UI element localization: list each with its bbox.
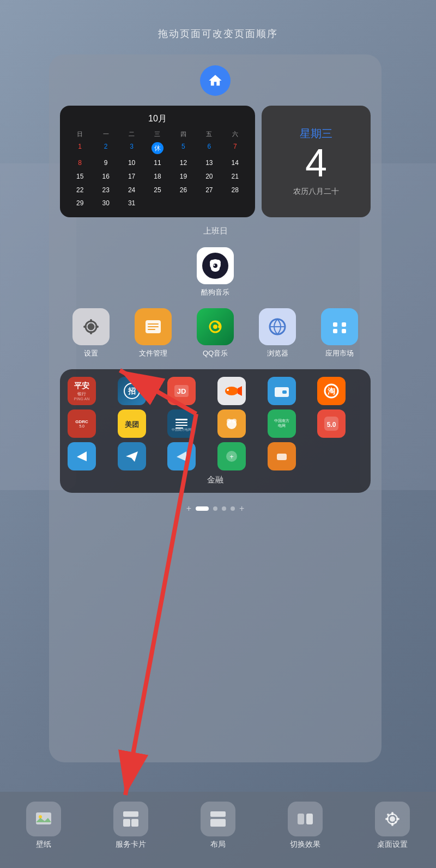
folder-app-jd[interactable]: JD	[167, 377, 196, 405]
five-app-row: 设置 文件管理	[60, 308, 371, 358]
svg-rect-34	[275, 387, 289, 397]
cal-hdr-6: 六	[223, 129, 247, 139]
app-kugou[interactable]: 酷狗音乐	[191, 247, 240, 297]
svg-rect-12	[83, 326, 87, 328]
svg-rect-13	[95, 326, 99, 328]
svg-point-6	[214, 265, 215, 266]
svg-text:+: +	[229, 453, 234, 461]
page-card: 10月 日 一 二 三 四 五 六 1 2 3 休 5 6 7 8 9	[49, 54, 382, 762]
home-icon-circle[interactable]	[200, 65, 231, 96]
qqmusic-svg	[203, 315, 227, 339]
cseb-svg: 中国南方 电网	[271, 413, 292, 434]
folder-app-cseb[interactable]: 中国南方 电网	[268, 409, 296, 438]
folder-app-green[interactable]: +	[217, 442, 246, 470]
svg-rect-73	[391, 823, 393, 826]
toolbar-label-cards: 服务卡片	[116, 840, 146, 849]
cal-16: 16	[93, 170, 118, 183]
folder-app-meituan[interactable]: 美团	[118, 409, 146, 438]
layout-icon-box	[201, 802, 235, 836]
layout-icon	[208, 809, 228, 829]
toolbar-item-cards[interactable]: 服务卡片	[98, 802, 164, 849]
cards-icon	[121, 809, 141, 829]
folder-app-fish[interactable]	[217, 377, 246, 405]
toolbar-item-desktop-settings[interactable]: 桌面设置	[360, 802, 425, 849]
toolbar-item-wallpaper[interactable]: 壁纸	[11, 802, 76, 849]
page-indicator-dot-4[interactable]	[231, 506, 235, 511]
app-appstore[interactable]: 应用市场	[315, 308, 364, 358]
cal-23: 23	[93, 184, 118, 197]
svg-marker-52	[126, 451, 138, 462]
date-widget[interactable]: 星期三 4 农历八月二十	[262, 106, 371, 217]
wallpaper-icon-box	[26, 802, 61, 836]
cal-29: 29	[68, 197, 92, 210]
widget-row: 10月 日 一 二 三 四 五 六 1 2 3 休 5 6 7 8 9	[60, 106, 371, 217]
calendar-widget[interactable]: 10月 日 一 二 三 四 五 六 1 2 3 休 5 6 7 8 9	[60, 106, 255, 217]
browser-label: 浏览器	[267, 349, 288, 358]
svg-text:招: 招	[128, 387, 136, 395]
toolbar-label-wallpaper: 壁纸	[36, 840, 51, 849]
settings-icon	[72, 308, 110, 345]
svg-text:中国南方电网: 中国南方电网	[172, 427, 191, 431]
svg-rect-66	[210, 811, 226, 817]
folder-app-orange[interactable]	[268, 442, 296, 470]
page-indicator-plus-left[interactable]: +	[186, 504, 191, 514]
svg-rect-60	[36, 812, 51, 824]
cal-30: 30	[93, 197, 118, 210]
svg-rect-17	[148, 329, 155, 330]
folder-app-telegram[interactable]	[118, 442, 146, 470]
folder-app-pingan[interactable]: 平安 银行 PING AN	[68, 377, 96, 405]
page-indicator-dot-3[interactable]	[222, 506, 226, 511]
settings-label: 设置	[84, 349, 98, 358]
cal-13: 13	[197, 157, 221, 169]
app-settings[interactable]: 设置	[66, 308, 116, 358]
folder-app-boc[interactable]: 中国南方电网	[167, 409, 196, 438]
cal-hdr-2: 二	[119, 129, 144, 139]
folder-app-paper[interactable]	[68, 442, 96, 470]
kugou-row: 酷狗音乐	[60, 247, 371, 297]
folder-app-wallet[interactable]	[268, 377, 296, 405]
cal-28: 28	[223, 184, 247, 197]
folder-empty	[317, 442, 346, 470]
cards-icon-box	[113, 802, 148, 836]
app-qqmusic[interactable]: QQ音乐	[191, 308, 240, 358]
svg-rect-56	[277, 454, 287, 460]
jd-svg: JD	[171, 381, 192, 401]
folder-app-taobao[interactable]: 淘	[317, 377, 346, 405]
cal-4: 休	[145, 140, 169, 156]
cal-24: 24	[119, 184, 144, 197]
app-browser[interactable]: 浏览器	[253, 308, 302, 358]
date-lunar: 农历八月二十	[293, 187, 339, 197]
folder-app-gdrc[interactable]: GDRC 5.0	[68, 409, 96, 438]
folder-grid: 平安 银行 PING AN 招 JD	[68, 377, 363, 470]
cal-5: 5	[171, 140, 196, 156]
page-indicator-dot-2[interactable]	[213, 506, 217, 511]
svg-rect-63	[123, 811, 138, 817]
svg-rect-11	[90, 331, 92, 334]
toolbar-item-transition[interactable]: 切换效果	[272, 802, 338, 849]
folder-app-blue[interactable]	[167, 442, 196, 470]
files-svg	[141, 315, 165, 339]
svg-rect-65	[131, 819, 138, 827]
svg-rect-15	[148, 323, 159, 325]
folder-app-kaka[interactable]: 5.0	[317, 409, 346, 438]
folder-app-zhaohang[interactable]: 招	[118, 377, 146, 405]
svg-rect-25	[333, 329, 337, 333]
toolbar-item-layout[interactable]: 布局	[185, 802, 251, 849]
svg-text:中国南方: 中国南方	[274, 419, 289, 423]
svg-text:美团: 美团	[124, 420, 139, 429]
svg-rect-40	[175, 422, 187, 423]
blue-svg	[171, 446, 192, 467]
finance-folder[interactable]: 平安 银行 PING AN 招 JD	[60, 369, 371, 493]
transition-icon	[295, 809, 315, 829]
cal-15: 15	[68, 170, 92, 183]
page-indicator-dot-1[interactable]	[196, 506, 209, 511]
page-indicator: + +	[60, 504, 371, 514]
app-files[interactable]: 文件管理	[129, 308, 178, 358]
paper-svg	[71, 446, 92, 467]
cal-1: 1	[68, 140, 92, 156]
folder-app-pet[interactable]	[217, 409, 246, 438]
svg-rect-23	[333, 322, 337, 327]
page-indicator-plus-right[interactable]: +	[239, 504, 244, 514]
svg-point-70	[390, 816, 395, 822]
gear-icon	[383, 809, 402, 829]
